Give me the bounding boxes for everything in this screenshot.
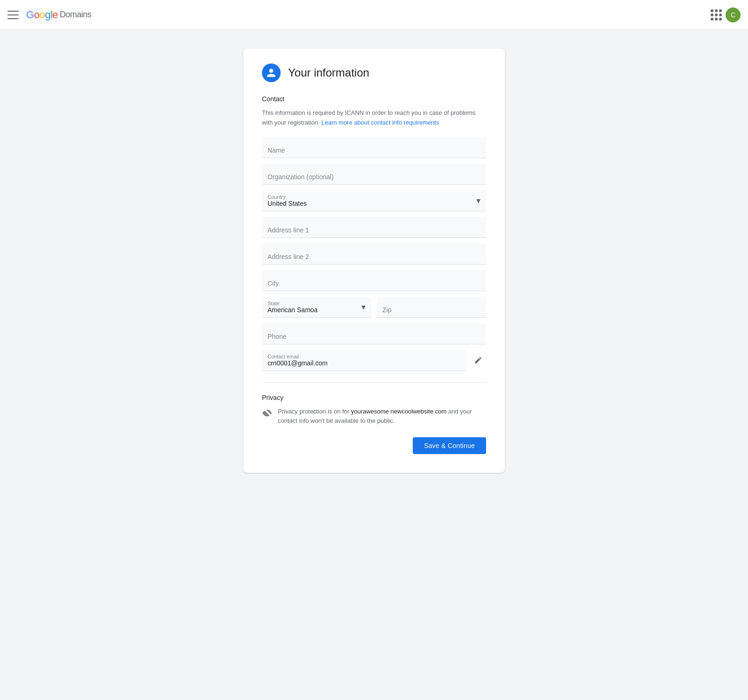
contact-section-label: Contact [262, 95, 486, 103]
save-continue-button[interactable]: Save & Continue [413, 437, 486, 454]
privacy-section: Privacy Privacy protection is on for you… [262, 394, 486, 427]
logo-letter-e: e [52, 9, 58, 21]
your-information-card: Your information Contact This informatio… [243, 49, 505, 473]
hamburger-line [7, 18, 19, 19]
card-footer: Save & Continue [262, 437, 486, 454]
privacy-text-prefix: Privacy protection is on for [278, 408, 351, 415]
google-logo: G o o g l e Domains [26, 9, 92, 21]
city-input[interactable] [262, 270, 486, 291]
contact-email-input[interactable] [262, 350, 466, 371]
privacy-domain: yourawesome newcoolwebsite.com [351, 408, 446, 415]
privacy-row: Privacy protection is on for yourawesome… [262, 407, 486, 427]
page-title: Your information [288, 66, 369, 79]
navbar: G o o g l e Domains C [0, 0, 748, 30]
organization-input[interactable] [262, 164, 486, 185]
privacy-description: Privacy protection is on for yourawesome… [278, 407, 486, 427]
state-select[interactable]: American Samoa Alaska Alabama Arizona Ar… [262, 297, 371, 318]
edit-email-button[interactable] [470, 352, 486, 368]
country-select-wrapper: Country United States Canada United King… [262, 190, 486, 211]
phone-input[interactable] [262, 323, 486, 344]
state-select-wrapper: State American Samoa Alaska Alabama Ariz… [262, 297, 371, 318]
zip-input[interactable] [377, 297, 486, 318]
main-content: Your information Contact This informatio… [0, 30, 748, 501]
contact-email-field-wrapper: Contact email [262, 350, 466, 371]
eye-off-icon [262, 408, 272, 420]
address-line2-input[interactable] [262, 244, 486, 265]
person-icon [266, 68, 276, 78]
visibility-off-icon [262, 408, 272, 418]
card-header: Your information [262, 63, 486, 82]
hamburger-line [7, 14, 19, 15]
zip-field-wrapper [377, 297, 486, 318]
country-select[interactable]: United States Canada United Kingdom Aust… [262, 190, 486, 211]
person-icon-circle [262, 63, 281, 82]
state-zip-row: State American Samoa Alaska Alabama Ariz… [262, 297, 486, 323]
email-row: Contact email [262, 350, 486, 371]
apps-grid-icon[interactable] [711, 9, 722, 21]
organization-field-wrapper [262, 164, 486, 185]
hamburger-menu-icon[interactable] [7, 9, 19, 21]
name-field-wrapper [262, 137, 486, 158]
learn-more-link[interactable]: Learn more about contact info requiremen… [321, 119, 439, 126]
contact-section: Contact This information is required by … [262, 95, 486, 371]
phone-field-wrapper [262, 323, 486, 344]
name-input[interactable] [262, 137, 486, 158]
navbar-right: C [711, 7, 741, 22]
navbar-left: G o o g l e Domains [7, 9, 92, 21]
logo-letter-o2: o [39, 9, 45, 21]
address1-field-wrapper [262, 217, 486, 238]
address-line1-input[interactable] [262, 217, 486, 238]
pencil-icon [474, 356, 482, 364]
address2-field-wrapper [262, 244, 486, 265]
logo-letter-o1: o [34, 9, 40, 21]
hamburger-line [7, 11, 19, 12]
city-field-wrapper [262, 270, 486, 291]
privacy-section-label: Privacy [262, 394, 486, 401]
logo-letter-g: G [26, 9, 34, 21]
logo-domains-text: Domains [60, 10, 92, 20]
section-divider [262, 382, 486, 383]
logo-letter-g2: g [45, 9, 50, 21]
avatar[interactable]: C [726, 7, 741, 22]
contact-description: This information is required by ICANN in… [262, 108, 486, 128]
